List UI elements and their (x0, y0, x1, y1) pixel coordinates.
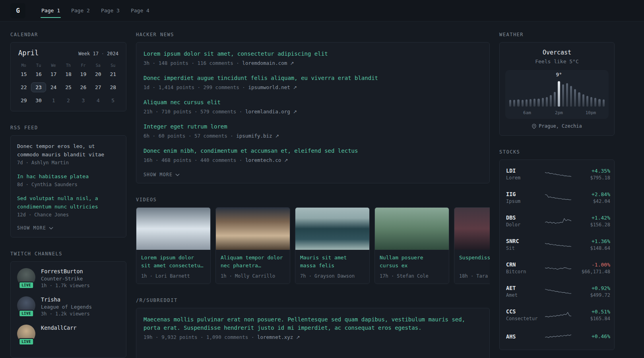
weather-bar (562, 84, 564, 107)
rss-card: Donec tempor eros leo, ut commodo mauris… (10, 135, 126, 237)
hackernews-title-link[interactable]: Donec enim nibh, condimentum et accumsan… (144, 147, 482, 155)
video-title-link[interactable]: Suspendisse diam (454, 250, 490, 270)
hackernews-domain-link[interactable]: ipsumworld.net ↗ (248, 84, 297, 90)
show-more-button[interactable]: SHOW MORE (144, 171, 180, 177)
video-title-link[interactable]: Nullam posuere cursus ex (375, 250, 449, 270)
twitch-channel-name[interactable]: Trisha (41, 296, 92, 303)
video-thumbnail[interactable] (216, 208, 290, 250)
hackernews-title-link[interactable]: Aliquam nec cursus elit (144, 98, 482, 107)
stock-values: +4.35%$795.18 (571, 168, 610, 181)
stock-change: +4.35% (571, 168, 610, 174)
hackernews-title-link[interactable]: Integer eget rutrum lorem (144, 123, 482, 131)
stock-price: $156.28 (571, 222, 610, 228)
app-logo[interactable]: G (10, 3, 25, 18)
stock-change: +1.42% (571, 215, 610, 221)
stock-info: AETAmet (506, 285, 545, 298)
video-thumbnail[interactable] (454, 208, 490, 250)
stock-sparkline (545, 216, 571, 226)
hackernews-title-link[interactable]: Lorem ipsum dolor sit amet, consectetur … (144, 50, 482, 58)
weather-bar (590, 97, 592, 107)
calendar-day: 3 (76, 95, 91, 105)
stock-price: $499.72 (571, 292, 610, 298)
hackernews-item: Aliquam nec cursus elit21h · 710 points … (144, 98, 482, 115)
calendar-day-header: Su (106, 62, 120, 69)
right-column: WEATHER Overcast Feels like 5°C 9° 6am2p… (499, 32, 615, 358)
stock-info: AHS (506, 333, 545, 341)
hackernews-domain-link[interactable]: loremlandia.org ↗ (245, 109, 297, 115)
subreddit-card: Maecenas mollis pulvinar erat non posuer… (136, 308, 490, 358)
external-link-icon: ↗ (293, 109, 297, 115)
hackernews-domain-link[interactable]: loremtech.co ↗ (245, 157, 288, 163)
hackernews-meta: 1d · 1,414 points · 299 comments · ipsum… (144, 84, 482, 90)
external-link-icon: ↗ (296, 335, 300, 340)
twitch-channel-name[interactable]: KendallCarr (41, 325, 76, 331)
rss-item-link[interactable]: Sed volutpat nulla nisl, a condimentum n… (17, 194, 120, 211)
stock-symbol: CRN (506, 261, 545, 268)
stock-values: +1.36%$148.64 (571, 238, 610, 251)
subreddit-domain-link[interactable]: loremnet.xyz ↗ (257, 334, 300, 340)
weather-location: Prague, Czechia (505, 123, 609, 129)
calendar-day: 25 (61, 82, 76, 92)
video-title-link[interactable]: Aliquam tempor dolor nec pharetra… (216, 250, 290, 270)
hackernews-domain-link[interactable]: loremdomain.com ↗ (242, 60, 294, 66)
videos-row: Lorem ipsum dolor sit amet consectetu…1h… (136, 207, 490, 284)
calendar-day: 18 (61, 69, 76, 79)
video-card: Nullam posuere cursus ex17h · Stefan Col… (374, 207, 449, 284)
calendar-day: 2 (61, 95, 76, 105)
rss-item-meta: 7d · Ashlyn Martin (17, 160, 120, 165)
weather-bar (533, 99, 535, 107)
subreddit-title-link[interactable]: Maecenas mollis pulvinar erat non posuer… (144, 315, 482, 332)
hackernews-item: Lorem ipsum dolor sit amet, consectetur … (144, 50, 482, 66)
calendar-month: April (18, 49, 39, 57)
calendar-card: April Week 17 · 2024 MoTuWeThFrSaSu 1516… (10, 42, 126, 111)
tab-page-2[interactable]: Page 2 (66, 0, 95, 21)
show-more-button[interactable]: SHOW MORE (17, 224, 53, 231)
video-meta: 17h · Stefan Cole (375, 270, 449, 284)
hackernews-item: Integer eget rutrum lorem6h · 60 points … (144, 123, 482, 139)
tab-page-1[interactable]: Page 1 (36, 0, 66, 21)
video-title-link[interactable]: Mauris sit amet massa felis (295, 250, 369, 270)
twitch-channel-viewers: 3h · 1.2k viewers (41, 311, 92, 317)
weather-location-label: Prague, Czechia (539, 123, 582, 129)
chevron-down-icon (49, 227, 53, 230)
video-title-link[interactable]: Lorem ipsum dolor sit amet consectetu… (136, 250, 210, 270)
stock-sparkline-wrap (545, 216, 571, 226)
stock-sparkline (545, 310, 571, 320)
twitch-channel-name[interactable]: ForrestBurton (41, 268, 90, 274)
weather-bar (509, 100, 511, 107)
stock-symbol: IIG (506, 191, 545, 197)
live-badge: LIVE (19, 338, 34, 345)
hackernews-title-link[interactable]: Donec imperdiet augue tincidunt felis al… (144, 74, 482, 82)
weather-time-label: 2pm (555, 110, 563, 115)
stock-change: +2.84% (571, 191, 610, 197)
weather-bar (513, 100, 515, 107)
hackernews-domain-link[interactable]: ipsumify.biz ↗ (236, 133, 279, 139)
hackernews-item: Donec imperdiet augue tincidunt felis al… (144, 74, 482, 90)
rss-item: Sed volutpat nulla nisl, a condimentum n… (17, 194, 120, 218)
stock-row: DBSDolor+1.42%$156.28 (505, 209, 609, 233)
section-title-calendar: CALENDAR (10, 32, 126, 37)
stock-info: IIGIpsum (506, 191, 545, 204)
tab-page-4[interactable]: Page 4 (125, 0, 155, 21)
video-thumbnail[interactable] (375, 208, 449, 250)
calendar-day: 22 (16, 82, 31, 92)
video-thumbnail[interactable] (136, 208, 210, 250)
twitch-channel-row: LIVEKendallCarr (17, 325, 120, 343)
twitch-channel-row: LIVEForrestBurtonCounter-Strike1h · 1.7k… (17, 268, 120, 288)
calendar-day: 27 (91, 82, 105, 92)
stocks-card: LDILorem+4.35%$795.18IIGIpsum+2.84%$42.0… (499, 160, 615, 350)
rss-item-link[interactable]: In hac habitasse platea (17, 172, 120, 181)
stock-sparkline-wrap (545, 239, 571, 250)
tab-page-3[interactable]: Page 3 (95, 0, 125, 21)
live-badge: LIVE (19, 310, 34, 317)
weather-widget: WEATHER Overcast Feels like 5°C 9° 6am2p… (499, 32, 615, 136)
section-title-videos: VIDEOS (136, 197, 490, 202)
video-card: Lorem ipsum dolor sit amet consectetu…1h… (136, 207, 211, 284)
rss-item-link[interactable]: Donec tempor eros leo, ut commodo mauris… (17, 142, 120, 159)
stock-change: +0.46% (571, 333, 610, 339)
stock-row: AHS+0.46% (505, 327, 609, 347)
stocks-widget: STOCKS LDILorem+4.35%$795.18IIGIpsum+2.8… (499, 149, 615, 350)
weather-bar-current (558, 81, 560, 107)
calendar-day: 24 (46, 82, 61, 92)
video-thumbnail[interactable] (295, 208, 369, 250)
